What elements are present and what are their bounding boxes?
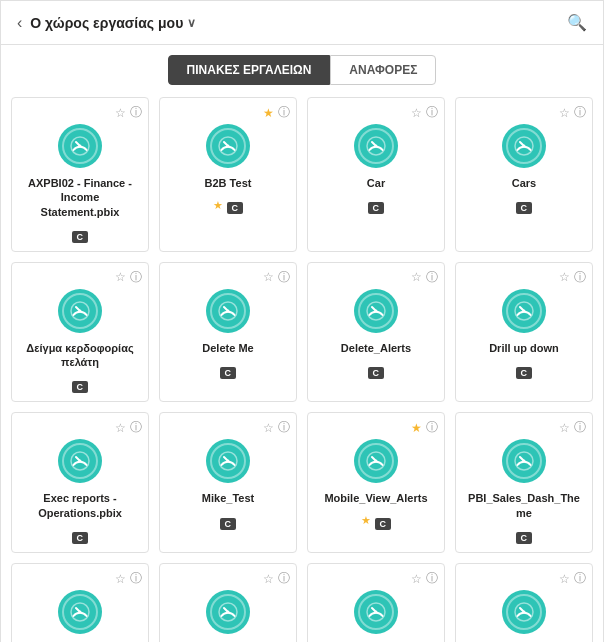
card-title-9: Mike_Test xyxy=(202,491,254,505)
card-14[interactable]: ☆ⓘ PowerApp_Rep.pbixC xyxy=(307,563,445,642)
workspace-title: Ο χώρος εργασίας μου ∨ xyxy=(30,15,196,31)
card-badge-10: C xyxy=(375,518,392,530)
star-icon-10[interactable]: ★ xyxy=(411,421,422,435)
card-11[interactable]: ☆ⓘ PBI_Sales_Dash_ThemeC xyxy=(455,412,593,553)
card-badge-wrap-9: C xyxy=(220,512,237,530)
star-icon-11[interactable]: ☆ xyxy=(559,421,570,435)
svg-point-23 xyxy=(523,309,526,312)
card-star-badge-1: ★ xyxy=(213,199,223,212)
card-badge-9: C xyxy=(220,518,237,530)
star-icon-1[interactable]: ★ xyxy=(263,106,274,120)
card-0[interactable]: ☆ⓘ AXPBI02 - Finance - Income Statement.… xyxy=(11,97,149,252)
card-9[interactable]: ☆ⓘ Mike_TestC xyxy=(159,412,297,553)
svg-point-26 xyxy=(79,460,82,463)
info-icon-4[interactable]: ⓘ xyxy=(130,269,142,286)
card-2[interactable]: ☆ⓘ CarC xyxy=(307,97,445,252)
card-3[interactable]: ☆ⓘ CarsC xyxy=(455,97,593,252)
star-icon-13[interactable]: ☆ xyxy=(263,572,274,586)
card-actions-11: ☆ⓘ xyxy=(559,419,586,436)
star-icon-8[interactable]: ☆ xyxy=(115,421,126,435)
info-icon-8[interactable]: ⓘ xyxy=(130,419,142,436)
star-icon-4[interactable]: ☆ xyxy=(115,270,126,284)
tab-dashboards[interactable]: ΠΙΝΑΚΕΣ ΕΡΓΑΛΕΙΩΝ xyxy=(168,55,331,85)
card-actions-9: ☆ⓘ xyxy=(263,419,290,436)
svg-point-14 xyxy=(79,309,82,312)
star-icon-2[interactable]: ☆ xyxy=(411,106,422,120)
star-icon-5[interactable]: ☆ xyxy=(263,270,274,284)
card-13[interactable]: ☆ⓘ PerformanceC xyxy=(159,563,297,642)
star-icon-14[interactable]: ☆ xyxy=(411,572,422,586)
card-15[interactable]: ☆ⓘ Δείγμα ανάλυσης προμηθειώνC xyxy=(455,563,593,642)
info-icon-14[interactable]: ⓘ xyxy=(426,570,438,587)
card-badge-wrap-0: C xyxy=(72,225,89,243)
card-inner-ring-6 xyxy=(358,293,394,329)
gauge-icon-15 xyxy=(513,601,535,623)
card-actions-12: ☆ⓘ xyxy=(115,570,142,587)
card-star-badge-10: ★ xyxy=(361,514,371,527)
gauge-icon-12 xyxy=(69,601,91,623)
star-icon-7[interactable]: ☆ xyxy=(559,270,570,284)
info-icon-7[interactable]: ⓘ xyxy=(574,269,586,286)
svg-point-32 xyxy=(375,460,378,463)
card-badge-2: C xyxy=(368,202,385,214)
info-icon-5[interactable]: ⓘ xyxy=(278,269,290,286)
star-icon-9[interactable]: ☆ xyxy=(263,421,274,435)
card-10[interactable]: ★ⓘ Mobile_View_Alerts★C xyxy=(307,412,445,553)
card-icon-wrap-10 xyxy=(354,439,398,483)
info-icon-10[interactable]: ⓘ xyxy=(426,419,438,436)
card-5[interactable]: ☆ⓘ Delete MeC xyxy=(159,262,297,403)
card-icon-wrap-5 xyxy=(206,289,250,333)
card-icon-wrap-11 xyxy=(502,439,546,483)
card-icon-wrap-3 xyxy=(502,124,546,168)
star-icon-0[interactable]: ☆ xyxy=(115,106,126,120)
info-icon-1[interactable]: ⓘ xyxy=(278,104,290,121)
gauge-icon-7 xyxy=(513,300,535,322)
card-actions-3: ☆ⓘ xyxy=(559,104,586,121)
workspace-title-text: Ο χώρος εργασίας μου xyxy=(30,15,183,31)
card-icon-wrap-8 xyxy=(58,439,102,483)
star-icon-15[interactable]: ☆ xyxy=(559,572,570,586)
card-1[interactable]: ★ⓘ B2B Test★C xyxy=(159,97,297,252)
info-icon-12[interactable]: ⓘ xyxy=(130,570,142,587)
tab-reports[interactable]: ΑΝΑΦΟΡΕΣ xyxy=(330,55,436,85)
card-4[interactable]: ☆ⓘ Δείγμα κερδοφορίας πελάτηC xyxy=(11,262,149,403)
card-title-3: Cars xyxy=(512,176,536,190)
gauge-icon-9 xyxy=(217,450,239,472)
card-title-8: Exec reports - Operations.pbix xyxy=(20,491,140,520)
info-icon-11[interactable]: ⓘ xyxy=(574,419,586,436)
card-icon-wrap-15 xyxy=(502,590,546,634)
info-icon-2[interactable]: ⓘ xyxy=(426,104,438,121)
card-badge-wrap-3: C xyxy=(516,196,533,214)
card-badge-wrap-8: C xyxy=(72,526,89,544)
back-button[interactable]: ‹ xyxy=(17,14,22,32)
gauge-icon-11 xyxy=(513,450,535,472)
cards-grid: ☆ⓘ AXPBI02 - Finance - Income Statement.… xyxy=(11,97,593,642)
grid-container: ☆ⓘ AXPBI02 - Finance - Income Statement.… xyxy=(1,85,603,642)
gauge-icon-13 xyxy=(217,601,239,623)
info-icon-15[interactable]: ⓘ xyxy=(574,570,586,587)
svg-point-8 xyxy=(375,145,378,148)
search-button[interactable]: 🔍 xyxy=(567,13,587,32)
gauge-icon-3 xyxy=(513,135,535,157)
star-icon-3[interactable]: ☆ xyxy=(559,106,570,120)
card-8[interactable]: ☆ⓘ Exec reports - Operations.pbixC xyxy=(11,412,149,553)
info-icon-6[interactable]: ⓘ xyxy=(426,269,438,286)
info-icon-13[interactable]: ⓘ xyxy=(278,570,290,587)
card-badge-11: C xyxy=(516,532,533,544)
info-icon-9[interactable]: ⓘ xyxy=(278,419,290,436)
gauge-icon-8 xyxy=(69,450,91,472)
gauge-icon-0 xyxy=(69,135,91,157)
card-7[interactable]: ☆ⓘ Drill up downC xyxy=(455,262,593,403)
card-icon-wrap-12 xyxy=(58,590,102,634)
star-icon-12[interactable]: ☆ xyxy=(115,572,126,586)
card-inner-ring-9 xyxy=(210,443,246,479)
star-icon-6[interactable]: ☆ xyxy=(411,270,422,284)
info-icon-3[interactable]: ⓘ xyxy=(574,104,586,121)
card-12[interactable]: ☆ⓘ PBIMobileDownloads_Drill_Table&Cack.p… xyxy=(11,563,149,642)
header-left: ‹ Ο χώρος εργασίας μου ∨ xyxy=(17,14,196,32)
card-inner-ring-10 xyxy=(358,443,394,479)
card-actions-1: ★ⓘ xyxy=(263,104,290,121)
card-6[interactable]: ☆ⓘ Delete_AlertsC xyxy=(307,262,445,403)
gauge-icon-2 xyxy=(365,135,387,157)
info-icon-0[interactable]: ⓘ xyxy=(130,104,142,121)
